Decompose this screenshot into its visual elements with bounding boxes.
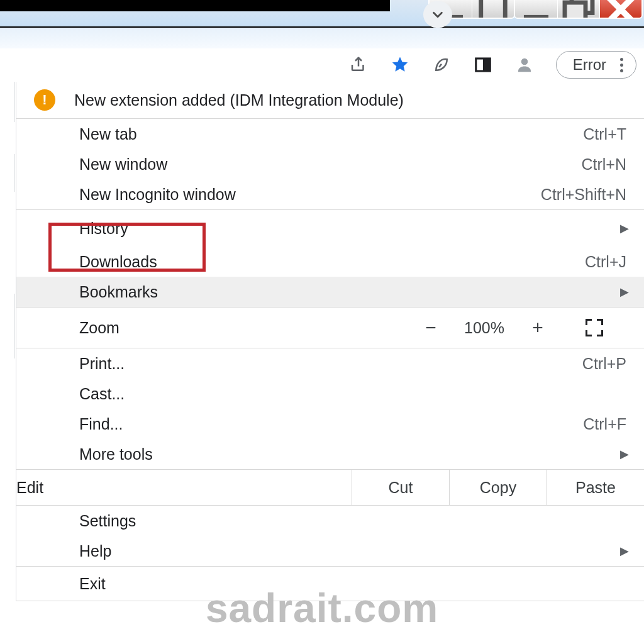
menu-item-new-window[interactable]: New window Ctrl+N: [16, 149, 644, 179]
menu-label: History: [79, 219, 620, 238]
edit-cut-button[interactable]: Cut: [352, 470, 449, 505]
menu-label: Zoom: [79, 319, 409, 337]
menu-label: Find...: [79, 415, 583, 433]
menu-label: Edit: [16, 479, 43, 497]
watermark-text: sadrait.com: [0, 585, 644, 631]
share-icon[interactable]: [348, 55, 369, 75]
menu-shortcut: Ctrl+T: [583, 125, 629, 143]
menu-item-new-incognito[interactable]: New Incognito window Ctrl+Shift+N: [16, 179, 644, 209]
menu-label: Help: [79, 542, 620, 560]
minimize-button-2[interactable]: [515, 0, 557, 19]
menu-item-more-tools[interactable]: More tools ▶: [16, 439, 644, 469]
menu-shortcut: Ctrl+P: [582, 355, 629, 373]
menu-item-print[interactable]: Print... Ctrl+P: [16, 348, 644, 379]
menu-label: More tools: [79, 445, 620, 464]
left-edge-fragment: [0, 154, 15, 192]
titlebar-chevron-button[interactable]: [423, 1, 452, 28]
chevron-right-icon: ▶: [620, 221, 629, 235]
menu-label: Downloads: [79, 253, 585, 271]
menu-shortcut: Ctrl+N: [581, 155, 629, 174]
menu-label: Print...: [79, 355, 582, 373]
menu-item-help[interactable]: Help ▶: [16, 536, 644, 566]
profile-icon[interactable]: [514, 55, 535, 75]
left-edge-fragment: [0, 82, 15, 122]
browser-toolbar: Error: [0, 48, 644, 81]
menu-shortcut: Ctrl+J: [585, 253, 629, 271]
fullscreen-icon[interactable]: [586, 319, 603, 336]
svg-rect-2: [524, 14, 548, 19]
menu-label: New window: [79, 155, 581, 174]
svg-rect-6: [483, 58, 490, 71]
chevron-right-icon: ▶: [620, 544, 629, 558]
sidepanel-icon[interactable]: [473, 55, 493, 75]
zoom-out-button[interactable]: −: [409, 317, 453, 338]
maximize-button[interactable]: [472, 0, 514, 19]
error-menu-button[interactable]: Error: [556, 51, 636, 79]
menu-label: Cast...: [79, 385, 629, 403]
close-button[interactable]: [599, 0, 641, 19]
menu-label: New Incognito window: [79, 186, 541, 204]
error-label: Error: [573, 56, 606, 74]
kebab-menu-icon: [620, 58, 623, 72]
menu-item-new-tab[interactable]: New tab Ctrl+T: [16, 119, 644, 149]
svg-point-7: [521, 58, 528, 65]
edit-paste-button[interactable]: Paste: [547, 470, 644, 505]
menu-item-bookmarks[interactable]: Bookmarks ▶: [16, 277, 644, 307]
notice-text: New extension added (IDM Integration Mod…: [74, 91, 404, 109]
restore-button[interactable]: [557, 0, 599, 19]
zoom-value: 100%: [453, 319, 516, 337]
menu-shortcut: Ctrl+Shift+N: [541, 186, 629, 204]
edit-copy-button[interactable]: Copy: [449, 470, 547, 505]
chrome-main-menu: ! New extension added (IDM Integration M…: [16, 82, 644, 601]
menu-label: Bookmarks: [79, 283, 620, 301]
tab-strip-area: [0, 28, 644, 49]
titlebar-dark-region: [0, 0, 390, 11]
menu-shortcut: Ctrl+F: [583, 415, 629, 433]
menu-item-history[interactable]: History ▶: [16, 210, 644, 247]
leaf-icon[interactable]: [431, 55, 452, 75]
menu-label: New tab: [79, 125, 583, 143]
menu-item-settings[interactable]: Settings: [16, 506, 644, 536]
menu-label: Settings: [79, 512, 629, 530]
left-edge-fragment: [0, 294, 15, 358]
alert-icon: !: [34, 89, 55, 111]
window-titlebar: [0, 0, 644, 28]
svg-rect-1: [481, 0, 506, 19]
menu-item-zoom: Zoom − 100% +: [16, 308, 644, 348]
menu-item-cast[interactable]: Cast...: [16, 379, 644, 409]
chevron-right-icon: ▶: [620, 447, 629, 461]
star-icon[interactable]: [390, 55, 410, 75]
menu-notice[interactable]: ! New extension added (IDM Integration M…: [16, 82, 644, 118]
menu-item-downloads[interactable]: Downloads Ctrl+J: [16, 247, 644, 277]
menu-item-find[interactable]: Find... Ctrl+F: [16, 409, 644, 439]
svg-rect-4: [565, 3, 586, 19]
zoom-in-button[interactable]: +: [516, 317, 560, 338]
chevron-right-icon: ▶: [620, 285, 629, 299]
menu-item-edit: Edit Cut Copy Paste: [16, 470, 644, 505]
